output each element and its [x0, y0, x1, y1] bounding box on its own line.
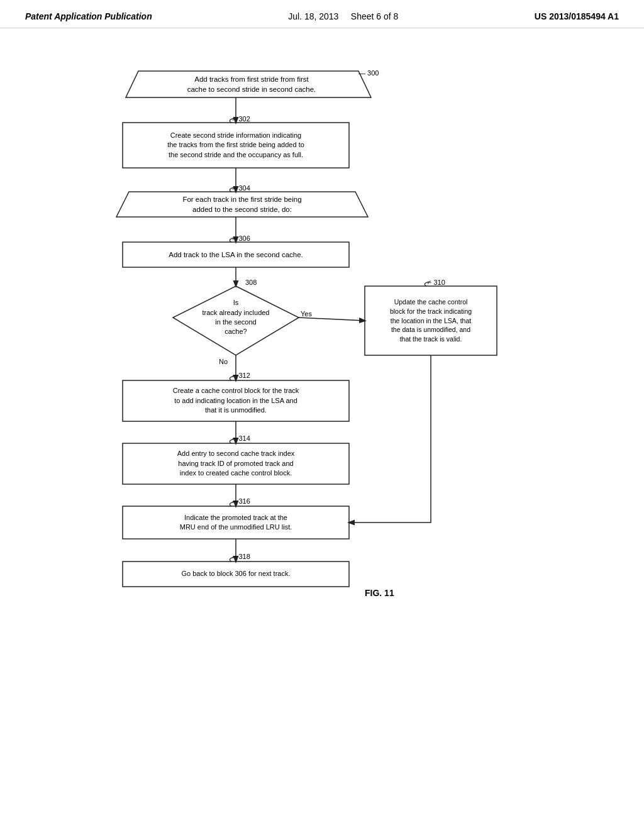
- ref-304: ⌐ 304: [233, 184, 250, 192]
- node-308-label: Istrack already includedin the secondcac…: [179, 299, 292, 336]
- node-312-label: Create a cache control block for the tra…: [123, 380, 349, 421]
- ref-314: ⌐ 314: [233, 434, 250, 442]
- node-318-label: Go back to block 306 for next track.: [123, 562, 349, 587]
- node-310-label: Update the cache controlblock for the tr…: [365, 286, 497, 355]
- node-314-label: Add entry to second cache track indexhav…: [123, 443, 349, 484]
- ref-312: ⌐ 312: [233, 372, 250, 379]
- node-306-label: Add track to the LSA in the second cache…: [123, 242, 349, 267]
- svg-line-14: [299, 318, 365, 321]
- fig-label: FIG. 11: [365, 588, 394, 598]
- page: Patent Application Publication Jul. 18, …: [0, 0, 644, 830]
- header-center: Jul. 18, 2013 Sheet 6 of 8: [288, 11, 398, 21]
- ref-310: ⌐ 310: [428, 279, 445, 286]
- publication-date: Jul. 18, 2013: [288, 11, 338, 21]
- node-304-label: For each track in the first stride being…: [129, 192, 355, 217]
- ref-300: — 300: [358, 69, 379, 77]
- ref-316: ⌐ 316: [233, 497, 250, 505]
- publication-label: Patent Application Publication: [25, 11, 152, 21]
- ref-308: 308: [245, 279, 257, 286]
- ref-318: ⌐ 318: [233, 553, 250, 560]
- node-300-label: Add tracks from first stride from firstc…: [138, 71, 365, 97]
- sheet-info: Sheet 6 of 8: [351, 11, 399, 21]
- patent-number: US 2013/0185494 A1: [535, 11, 619, 21]
- node-302-label: Create second stride information indicat…: [123, 123, 349, 168]
- header-right: US 2013/0185494 A1: [535, 11, 619, 21]
- header: Patent Application Publication Jul. 18, …: [0, 0, 644, 28]
- ref-302: ⌐ 302: [233, 115, 250, 123]
- node-316-label: Indicate the promoted track at theMRU en…: [123, 506, 349, 539]
- header-left: Patent Application Publication: [25, 11, 152, 21]
- ref-306: ⌐ 306: [233, 235, 250, 242]
- no-label: No: [219, 358, 228, 365]
- yes-label: Yes: [301, 310, 312, 318]
